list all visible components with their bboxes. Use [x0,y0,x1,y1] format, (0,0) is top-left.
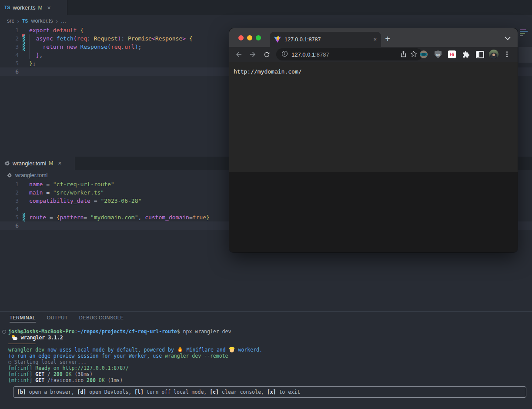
line-number: 4 [0,205,19,213]
line-number: 5 [0,59,19,67]
shield-label: uo [436,53,440,56]
address-bar[interactable]: 127.0.0.1:8787 [276,48,422,60]
extension-goggles-icon[interactable] [419,50,428,58]
terminal-line: wrangler dev now uses local mode by defa… [8,347,529,353]
url-host: 127.0.0.1 [291,51,315,58]
git-modified-gutter [23,43,25,51]
editor-tabbar-worker: TS worker.ts M × [0,0,532,15]
site-info-icon[interactable] [281,50,288,58]
modified-badge: M [38,5,42,11]
chevron-right-icon: › [17,18,19,24]
line-number: 1 [0,180,19,188]
breadcrumb[interactable]: src › TS worker.ts › … [7,17,66,25]
terminal-line: wrangler 3.1.2 [8,335,529,341]
breadcrumb-more[interactable]: … [61,18,67,24]
line-number: 3 [0,197,19,205]
terminal-panel: TERMINAL OUTPUT DEBUG CONSOLE josh@Joshs… [0,311,532,409]
typescript-icon: TS [4,5,10,10]
extension-ublock-shield-icon[interactable]: uo [434,50,442,58]
reload-button[interactable] [262,50,271,59]
extensions-puzzle-icon[interactable] [462,50,470,58]
tab-debug-console[interactable]: DEBUG CONSOLE [79,315,124,322]
terminal-line: ○ Starting local server... [8,359,529,365]
breadcrumb-folder[interactable]: src [7,18,14,24]
tab-search-chevron-icon[interactable] [505,34,511,42]
page-content-lower [229,172,518,252]
git-modified-gutter [23,213,25,221]
side-panel-icon[interactable] [475,50,484,58]
breadcrumb-file[interactable]: worker.ts [31,18,53,24]
desktop: TS worker.ts M × src › TS worker.ts › … … [0,0,532,409]
modified-badge: M [49,160,53,166]
panel-tabs: TERMINAL OUTPUT DEBUG CONSOLE [10,315,124,322]
tab-title: worker.ts [13,4,35,11]
line-number: 2 [0,188,19,197]
breadcrumb-file[interactable]: wrangler.toml [15,172,47,178]
line-number: 6 [0,67,19,76]
share-icon[interactable] [400,50,407,59]
minimap[interactable] [519,26,532,156]
minimize-window-button[interactable] [247,35,252,40]
bookmark-star-icon[interactable] [410,50,417,59]
close-icon[interactable]: × [58,160,61,167]
terminal-output[interactable]: josh@Joshs-MacBook-Pro:~/repos/projects/… [8,329,529,383]
page-content: http://mydomain.com/ [229,62,518,172]
hi-label: Hi [448,50,456,58]
terminal-line: [mf:inf] Ready on http://127.0.0.1:8787/ [8,365,529,371]
close-icon[interactable]: × [47,4,50,11]
line-number: 1 [0,26,19,34]
chevron-right-icon: › [56,18,57,24]
browser-toolbar: 127.0.0.1:8787 uo Hi [229,47,518,62]
terminal-line: To run an edge preview session for your … [8,353,529,359]
tab-title: wrangler.toml [13,160,46,167]
tab-output[interactable]: OUTPUT [47,315,68,322]
browser-header: 127.0.0.1:8787 × + [229,28,518,47]
browser-tab[interactable]: 127.0.0.1:8787 × [270,32,381,47]
gear-icon [4,161,10,166]
tab-title: 127.0.0.1:8787 [284,37,368,43]
command-decoration-icon[interactable] [2,330,6,334]
extension-hi-icon[interactable]: Hi [448,50,456,58]
browser-window: 127.0.0.1:8787 × + 1 [229,28,518,252]
tab-wrangler-toml[interactable]: wrangler.toml M × [0,157,75,170]
line-number: 6 [0,221,19,230]
tab-worker-ts[interactable]: TS worker.ts M × [0,0,67,15]
emj-worker-icon [229,347,235,352]
url-port: :8787 [315,51,329,58]
line-number: 3 [0,43,19,51]
line-number: 2 [0,34,19,43]
minimap-slider[interactable] [519,47,532,63]
terminal-line: ───────── [8,341,529,347]
gutter-change-arrow-icon [22,34,25,37]
back-button[interactable] [234,50,243,59]
gear-icon [7,173,12,178]
indent-guide [29,34,30,59]
breadcrumb[interactable]: wrangler.toml [7,171,47,180]
line-number: 4 [0,51,19,59]
page-body-text: http://mydomain.com/ [234,68,302,75]
new-tab-button[interactable]: + [381,33,394,45]
zoom-window-button[interactable] [256,35,261,40]
profile-avatar[interactable] [489,50,499,59]
terminal-line: [mf:inf] GET /favicon.ico 200 OK (1ms) [8,377,529,383]
line-number: 5 [0,213,19,221]
tab-terminal[interactable]: TERMINAL [10,315,36,322]
close-window-button[interactable] [238,35,244,40]
hotkeys-text: [b] open a browser, [d] open Devtools, [… [17,389,300,395]
forward-button[interactable] [248,50,257,59]
emj-fire-icon [177,347,183,352]
typescript-icon: TS [22,19,28,23]
terminal-line: [mf:inf] GET / 200 OK (38ms) [8,371,529,377]
emj-cloud-icon [12,335,17,340]
close-tab-icon[interactable]: × [373,36,377,43]
kebab-menu-icon[interactable] [506,51,508,58]
wrangler-hotkeys-bar: [b] open a browser, [d] open Devtools, [… [13,386,526,398]
vite-favicon-icon [274,36,281,43]
terminal-line: josh@Joshs-MacBook-Pro:~/repos/projects/… [8,329,529,335]
